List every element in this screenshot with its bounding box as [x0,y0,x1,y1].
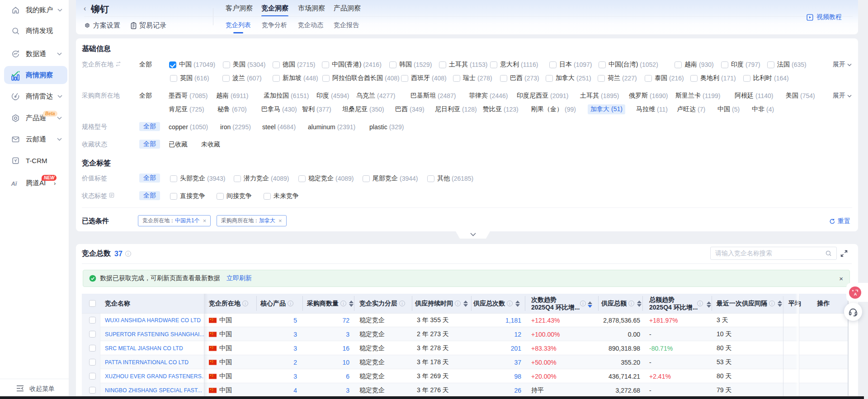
svg-text:Aī: Aī [11,180,18,187]
svg-text:A: A [854,292,857,296]
